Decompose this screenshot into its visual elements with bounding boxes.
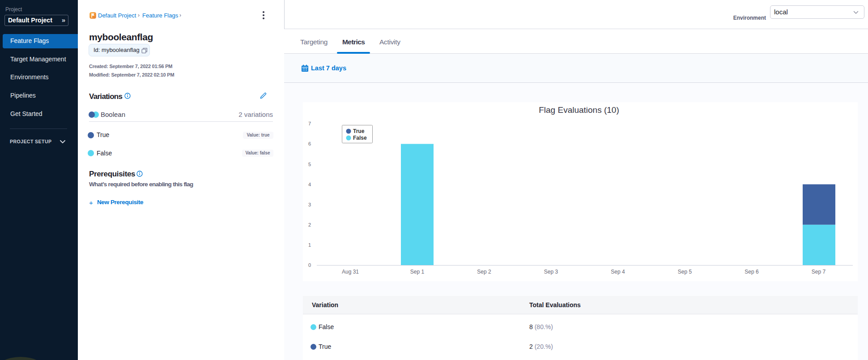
svg-text:True: True — [353, 128, 365, 134]
svg-text:Flag Evaluations (10): Flag Evaluations (10) — [539, 105, 619, 115]
svg-text:5: 5 — [308, 162, 311, 167]
svg-text:6: 6 — [308, 141, 311, 146]
svg-text:Sep 3: Sep 3 — [544, 269, 558, 275]
svg-text:1: 1 — [308, 242, 311, 248]
svg-text:Sep 4: Sep 4 — [611, 269, 625, 275]
svg-text:False: False — [353, 135, 367, 141]
svg-text:7: 7 — [308, 121, 311, 126]
svg-text:Sep 1: Sep 1 — [410, 269, 425, 275]
svg-text:0: 0 — [308, 262, 311, 268]
svg-text:Sep 2: Sep 2 — [477, 269, 491, 275]
svg-text:Sep 7: Sep 7 — [812, 269, 826, 275]
svg-text:3: 3 — [308, 202, 311, 207]
svg-text:Sep 6: Sep 6 — [745, 269, 759, 275]
svg-text:4: 4 — [308, 182, 311, 187]
svg-text:Sep 5: Sep 5 — [678, 269, 692, 275]
svg-text:2: 2 — [308, 222, 311, 227]
svg-text:Aug 31: Aug 31 — [342, 269, 359, 275]
